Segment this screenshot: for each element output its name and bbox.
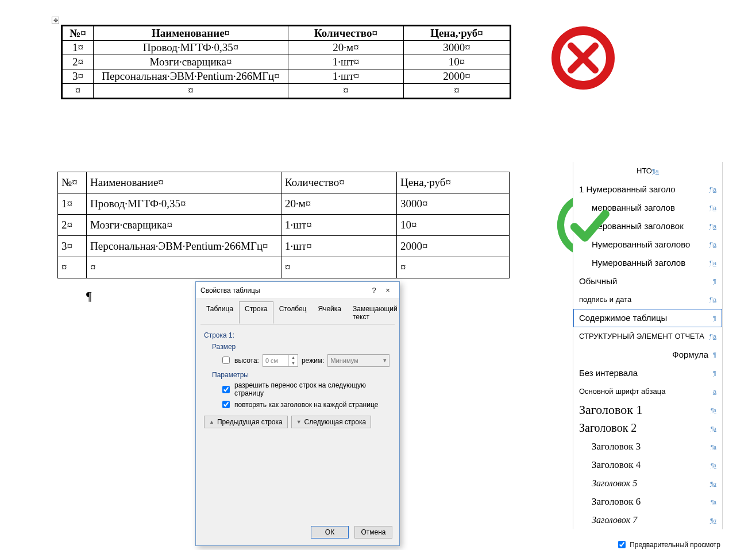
cell[interactable]: Провод·МГТФ·0,35¤ bbox=[94, 41, 288, 55]
table-row: 3¤ Персональная·ЭВМ·Pentium·266МГц¤ 1·шт… bbox=[62, 69, 511, 84]
style-item[interactable]: Заголовок 5¶a bbox=[573, 474, 722, 493]
height-checkbox-input[interactable] bbox=[222, 357, 230, 364]
cell[interactable]: Мозги·сварщика¤ bbox=[87, 215, 281, 236]
cell[interactable]: 10¤ bbox=[404, 55, 511, 69]
group-params-label: Параметры bbox=[204, 371, 391, 379]
ok-button[interactable]: ОК bbox=[311, 526, 349, 539]
style-item[interactable]: Заголовок 4¶a bbox=[573, 456, 722, 474]
tab-alttext[interactable]: Замещающий текст bbox=[347, 301, 403, 324]
cell[interactable]: 2000¤ bbox=[404, 69, 511, 84]
repeat-header-input[interactable] bbox=[222, 401, 230, 408]
table-move-handle[interactable]: ✥ bbox=[52, 17, 59, 24]
style-item[interactable]: Заголовок 7¶a bbox=[573, 511, 722, 529]
cell[interactable]: ¤ bbox=[404, 84, 511, 99]
style-symbol: ¶a bbox=[652, 168, 659, 175]
help-button[interactable]: ? bbox=[367, 286, 381, 295]
cell[interactable]: 2000¤ bbox=[397, 236, 510, 257]
style-item[interactable]: Заголовок 6¶a bbox=[573, 493, 722, 511]
allow-wrap-checkbox[interactable]: разрешить перенос строк на следующую стр… bbox=[220, 381, 391, 397]
prev-row-button[interactable]: ▲Предыдущая строка bbox=[204, 416, 288, 428]
spin-up-icon[interactable]: ▲ bbox=[288, 355, 298, 361]
cell[interactable]: 1·шт¤ bbox=[281, 215, 397, 236]
cell[interactable]: Наименование¤ bbox=[94, 26, 288, 41]
height-checkbox[interactable]: высота: bbox=[220, 355, 259, 366]
mode-select[interactable]: Минимум ▾ bbox=[327, 354, 389, 367]
prev-row-label: Предыдущая строка bbox=[217, 418, 283, 426]
cell[interactable]: Количество¤ bbox=[281, 172, 397, 193]
style-item[interactable]: Формула¶ bbox=[573, 346, 722, 364]
tab-cell[interactable]: Ячейка bbox=[313, 301, 347, 324]
cell[interactable]: ¤ bbox=[288, 84, 404, 99]
spin-down-icon[interactable]: ▼ bbox=[288, 361, 298, 366]
table-row: 2¤ Мозги·сварщика¤ 1·шт¤ 10¤ bbox=[58, 215, 510, 236]
cell[interactable]: 20·м¤ bbox=[281, 193, 397, 215]
style-symbol: a bbox=[713, 388, 716, 395]
style-item[interactable]: 1 Нумерованный заголо¶a bbox=[573, 180, 722, 199]
style-label: Заголовок 4 bbox=[579, 459, 641, 471]
cell[interactable]: 10¤ bbox=[397, 215, 510, 236]
cell[interactable]: 20·м¤ bbox=[288, 41, 404, 55]
repeat-header-checkbox[interactable]: повторять как заголовок на каждой страни… bbox=[220, 399, 391, 410]
style-item[interactable]: СТРУКТУРНЫЙ ЭЛЕМЕНТ ОТЧЕТА¶a bbox=[573, 327, 722, 346]
style-item[interactable]: Основной шрифт абзацаa bbox=[573, 382, 722, 401]
cell[interactable]: 3¤ bbox=[58, 236, 87, 257]
tab-column[interactable]: Столбец bbox=[273, 301, 313, 324]
cell[interactable]: 1·шт¤ bbox=[288, 55, 404, 69]
style-item[interactable]: Заголовок 2¶a bbox=[573, 419, 722, 437]
cell[interactable]: 1¤ bbox=[62, 41, 94, 55]
style-item[interactable]: НТО¶a bbox=[573, 162, 722, 180]
next-row-button[interactable]: ▼Следующая строка bbox=[291, 416, 371, 428]
preview-checkbox-input[interactable] bbox=[618, 541, 626, 548]
cell[interactable]: Провод·МГТФ·0,35¤ bbox=[87, 193, 281, 215]
style-item[interactable]: Заголовок 3¶a bbox=[573, 437, 722, 456]
table-row: 2¤ Мозги·сварщика¤ 1·шт¤ 10¤ bbox=[62, 55, 511, 69]
cell[interactable]: Количество¤ bbox=[288, 26, 404, 41]
next-row-label: Следующая строка bbox=[304, 418, 367, 426]
cell[interactable]: 3000¤ bbox=[404, 41, 511, 55]
style-label: Содержимое таблицы bbox=[579, 313, 667, 323]
cell[interactable]: Наименование¤ bbox=[87, 172, 281, 193]
cell[interactable]: 2¤ bbox=[58, 215, 87, 236]
cell[interactable]: 3000¤ bbox=[397, 193, 510, 215]
style-symbol: ¶a bbox=[711, 425, 716, 432]
tab-table[interactable]: Таблица bbox=[200, 301, 239, 324]
allow-wrap-input[interactable] bbox=[222, 386, 230, 393]
cell[interactable]: №¤ bbox=[58, 172, 87, 193]
dialog-titlebar[interactable]: Свойства таблицы ? × bbox=[196, 282, 399, 299]
style-item[interactable]: Содержимое таблицы¶ bbox=[573, 309, 722, 327]
cell[interactable]: ¤ bbox=[281, 257, 397, 278]
cell[interactable]: Мозги·сварщика¤ bbox=[94, 55, 288, 69]
example-table-wrong: №¤ Наименование¤ Количество¤ Цена,·руб¤ … bbox=[61, 25, 511, 99]
cell[interactable]: ¤ bbox=[397, 257, 510, 278]
tab-row[interactable]: Строка bbox=[239, 301, 273, 324]
style-symbol: ¶a bbox=[709, 259, 716, 266]
cell[interactable]: Персональная·ЭВМ·Pentium·266МГц¤ bbox=[94, 69, 288, 84]
height-spinner[interactable]: ▲▼ bbox=[263, 354, 298, 367]
style-item[interactable]: Без интервала¶ bbox=[573, 364, 722, 382]
cell[interactable]: 1·шт¤ bbox=[281, 236, 397, 257]
style-item[interactable]: Нумерованный заголов¶a bbox=[573, 254, 722, 272]
cell[interactable]: 2¤ bbox=[62, 55, 94, 69]
table-row: №¤ Наименование¤ Количество¤ Цена,·руб¤ bbox=[62, 26, 511, 41]
style-item[interactable]: Заголовок 1¶a bbox=[573, 401, 722, 419]
cell[interactable]: Цена,·руб¤ bbox=[397, 172, 510, 193]
cell[interactable]: №¤ bbox=[62, 26, 94, 41]
style-item[interactable]: подпись и дата¶a bbox=[573, 291, 722, 309]
close-button[interactable]: × bbox=[381, 286, 395, 295]
preview-checkbox[interactable]: Предварительный просмотр bbox=[616, 539, 720, 550]
dialog-tabs: Таблица Строка Столбец Ячейка Замещающий… bbox=[196, 299, 399, 324]
cell[interactable]: 1¤ bbox=[58, 193, 87, 215]
correct-mark-icon bbox=[557, 193, 620, 257]
cancel-button[interactable]: Отмена bbox=[354, 526, 392, 539]
cell[interactable]: ¤ bbox=[62, 84, 94, 99]
cell[interactable]: Персональная·ЭВМ·Pentium·266МГц¤ bbox=[87, 236, 281, 257]
cell[interactable]: Цена,·руб¤ bbox=[404, 26, 511, 41]
style-item[interactable]: Обычный¶ bbox=[573, 272, 722, 291]
cell[interactable]: 3¤ bbox=[62, 69, 94, 84]
height-input[interactable] bbox=[263, 355, 288, 366]
cell[interactable]: 1·шт¤ bbox=[288, 69, 404, 84]
cell[interactable]: ¤ bbox=[58, 257, 87, 278]
cell[interactable]: ¤ bbox=[94, 84, 288, 99]
cell[interactable]: ¤ bbox=[87, 257, 281, 278]
style-label: СТРУКТУРНЫЙ ЭЛЕМЕНТ ОТЧЕТА bbox=[579, 332, 704, 340]
